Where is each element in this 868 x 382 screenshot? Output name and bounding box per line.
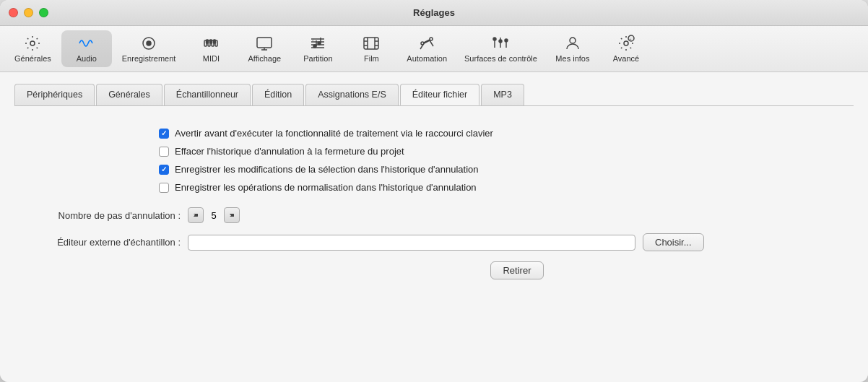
toolbar-partition[interactable]: ♩ Partition — [292, 30, 343, 67]
tab-peripheriques[interactable]: Périphériques — [14, 84, 95, 105]
tab-echantillonneur[interactable]: Échantillonneur — [164, 84, 251, 105]
choose-button[interactable]: Choisir... — [643, 233, 704, 251]
toolbar-partition-label: Partition — [303, 54, 332, 63]
svg-point-4 — [147, 41, 151, 45]
partition-icon: ♩ — [309, 35, 326, 52]
undo-count-row: Nombre de pas d'annulation : 5 — [14, 207, 854, 223]
surfaces-icon — [492, 35, 509, 52]
checkbox-effacer-label: Effacer l'historique d'annulation à la f… — [175, 146, 404, 157]
toolbar-surfaces-label: Surfaces de contrôle — [464, 54, 537, 63]
checkboxes-section: Avertir avant d'exécuter la fonctionnali… — [159, 128, 854, 193]
svg-rect-11 — [214, 40, 216, 43]
maximize-button[interactable] — [39, 8, 48, 17]
svg-rect-12 — [257, 38, 272, 48]
svg-point-40 — [493, 38, 496, 40]
automation-icon — [418, 35, 435, 52]
checkbox-enregistrer-norm-label: Enregistrer les opérations de normalisat… — [175, 182, 477, 193]
svg-point-43 — [570, 38, 576, 43]
tab-generales[interactable]: Générales — [96, 84, 162, 105]
window-title: Réglages — [413, 7, 455, 18]
svg-point-42 — [505, 39, 508, 42]
toolbar-generales-label: Générales — [14, 54, 51, 63]
toolbar: Générales Audio Enregistrement — [0, 26, 868, 72]
panel: Avertir avant d'exécuter la fonctionnali… — [14, 121, 854, 370]
svg-point-44 — [624, 41, 628, 45]
svg-point-32 — [430, 38, 433, 40]
checkbox-row-enregistrer-norm: Enregistrer les opérations de normalisat… — [159, 182, 854, 193]
toolbar-automation[interactable]: Automation — [399, 30, 454, 67]
toolbar-avance[interactable]: + Avancé — [601, 30, 651, 67]
tab-mp3[interactable]: MP3 — [481, 84, 524, 105]
toolbar-film-label: Film — [364, 54, 379, 63]
minimize-button[interactable] — [24, 8, 33, 17]
toolbar-automation-label: Automation — [407, 54, 447, 63]
audio-icon — [78, 35, 95, 52]
undo-value: 5 — [207, 210, 221, 221]
checkbox-avertir[interactable] — [159, 129, 169, 139]
checkbox-enregistrer-modif[interactable] — [159, 165, 169, 175]
tab-edition[interactable]: Édition — [252, 84, 304, 105]
svg-rect-9 — [207, 40, 209, 43]
undo-decrement-button[interactable] — [188, 207, 204, 223]
remove-row: Retirer — [181, 261, 854, 279]
undo-count-label: Nombre de pas d'annulation : — [14, 210, 181, 221]
toolbar-audio-label: Audio — [77, 54, 97, 63]
svg-text:♩: ♩ — [312, 38, 313, 42]
checkbox-enregistrer-modif-label: Enregistrer les modifications de la séle… — [175, 164, 478, 175]
toolbar-audio[interactable]: Audio — [61, 30, 112, 67]
gear-icon — [24, 35, 41, 52]
tab-editeur-fichier[interactable]: Éditeur fichier — [400, 84, 479, 105]
film-icon — [363, 35, 380, 52]
close-button[interactable] — [9, 8, 18, 17]
svg-rect-10 — [210, 40, 212, 43]
svg-text:+: + — [629, 37, 632, 41]
advanced-icon: + — [617, 35, 635, 52]
toolbar-surfaces[interactable]: Surfaces de contrôle — [457, 30, 544, 67]
toolbar-mesinfos-label: Mes infos — [555, 54, 589, 63]
toolbar-generales[interactable]: Générales — [7, 30, 58, 67]
external-editor-input[interactable] — [188, 235, 635, 251]
midi-icon — [202, 35, 220, 52]
tab-assignations[interactable]: Assignations E/S — [305, 84, 399, 105]
person-icon — [564, 35, 581, 52]
toolbar-midi-label: MIDI — [203, 54, 220, 63]
toolbar-mesinfos[interactable]: Mes infos — [547, 30, 598, 67]
undo-stepper: 5 — [188, 207, 240, 223]
titlebar: Réglages — [0, 0, 868, 26]
svg-point-41 — [499, 40, 502, 43]
checkbox-row-effacer: Effacer l'historique d'annulation à la f… — [159, 146, 854, 157]
checkbox-enregistrer-norm[interactable] — [159, 183, 169, 193]
content-area: Périphériques Générales Échantillonneur … — [0, 72, 868, 382]
settings-window: Réglages Générales Audio — [0, 0, 868, 382]
checkbox-avertir-label: Avertir avant d'exécuter la fonctionnali… — [175, 128, 493, 139]
svg-point-0 — [30, 41, 35, 45]
toolbar-film[interactable]: Film — [346, 30, 396, 67]
titlebar-buttons — [9, 8, 48, 17]
checkbox-row-avertir: Avertir avant d'exécuter la fonctionnali… — [159, 128, 854, 139]
remove-button[interactable]: Retirer — [490, 261, 543, 279]
toolbar-affichage[interactable]: Affichage — [239, 30, 290, 67]
record-icon — [140, 35, 157, 52]
toolbar-enregistrement-label: Enregistrement — [122, 54, 176, 63]
toolbar-affichage-label: Affichage — [248, 54, 282, 63]
undo-increment-button[interactable] — [224, 207, 240, 223]
svg-rect-24 — [364, 38, 378, 49]
checkbox-effacer[interactable] — [159, 147, 169, 157]
display-icon — [256, 35, 273, 52]
external-editor-label: Éditeur externe d'échantillon : — [14, 237, 181, 248]
svg-line-36 — [430, 40, 433, 46]
external-editor-row: Éditeur externe d'échantillon : Choisir.… — [14, 233, 854, 251]
toolbar-enregistrement[interactable]: Enregistrement — [115, 30, 183, 67]
toolbar-avance-label: Avancé — [613, 54, 640, 63]
subtabs: Périphériques Générales Échantillonneur … — [14, 84, 854, 106]
checkbox-row-enregistrer-modif: Enregistrer les modifications de la séle… — [159, 164, 854, 175]
toolbar-midi[interactable]: MIDI — [186, 30, 236, 67]
